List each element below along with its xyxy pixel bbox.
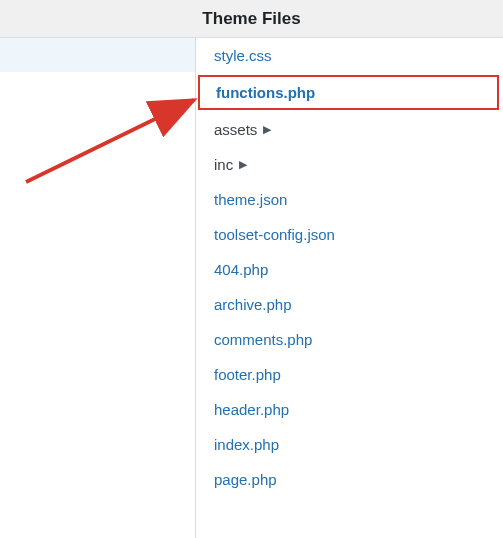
file-label: style.css xyxy=(214,47,272,64)
file-item-404-php[interactable]: 404.php xyxy=(196,252,503,287)
file-list: style.css functions.php assets ▶ inc ▶ t… xyxy=(196,38,503,538)
file-label: toolset-config.json xyxy=(214,226,335,243)
file-label: functions.php xyxy=(216,84,315,101)
file-item-comments-php[interactable]: comments.php xyxy=(196,322,503,357)
file-item-index-php[interactable]: index.php xyxy=(196,427,503,462)
folder-item-assets[interactable]: assets ▶ xyxy=(196,112,503,147)
file-item-functions-php[interactable]: functions.php xyxy=(198,75,499,110)
chevron-right-icon: ▶ xyxy=(263,123,271,136)
file-item-toolset-config-json[interactable]: toolset-config.json xyxy=(196,217,503,252)
file-label: header.php xyxy=(214,401,289,418)
folder-label: inc xyxy=(214,156,233,173)
panel-header: Theme Files xyxy=(0,0,503,38)
file-label: page.php xyxy=(214,471,277,488)
file-item-header-php[interactable]: header.php xyxy=(196,392,503,427)
panel-title: Theme Files xyxy=(202,9,300,29)
file-item-footer-php[interactable]: footer.php xyxy=(196,357,503,392)
left-panel-rest xyxy=(0,72,196,538)
file-item-style-css[interactable]: style.css xyxy=(196,38,503,73)
file-item-archive-php[interactable]: archive.php xyxy=(196,287,503,322)
left-panel xyxy=(0,38,196,538)
file-item-page-php[interactable]: page.php xyxy=(196,462,503,497)
file-label: archive.php xyxy=(214,296,292,313)
file-label: theme.json xyxy=(214,191,287,208)
chevron-right-icon: ▶ xyxy=(239,158,247,171)
file-label: 404.php xyxy=(214,261,268,278)
panel-body: style.css functions.php assets ▶ inc ▶ t… xyxy=(0,38,503,538)
file-label: index.php xyxy=(214,436,279,453)
file-item-theme-json[interactable]: theme.json xyxy=(196,182,503,217)
left-highlight-strip xyxy=(0,38,196,72)
folder-label: assets xyxy=(214,121,257,138)
folder-item-inc[interactable]: inc ▶ xyxy=(196,147,503,182)
file-label: footer.php xyxy=(214,366,281,383)
file-label: comments.php xyxy=(214,331,312,348)
